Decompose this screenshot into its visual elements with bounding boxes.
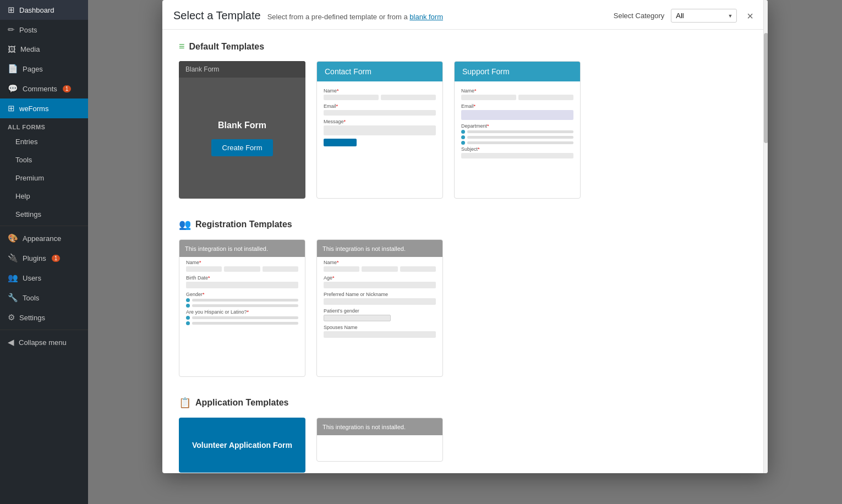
category-select-wrapper[interactable]: All Default Registration Application (671, 9, 737, 23)
support-email-label: Email* (461, 103, 573, 109)
reg1-gender-text2 (192, 304, 298, 307)
support-first-input (461, 95, 516, 100)
template-card-support[interactable]: Support Form Name* Email* Department* (454, 61, 581, 199)
sidebar-item-posts[interactable]: ✏ Posts (0, 20, 88, 40)
modal-close-button[interactable]: × (743, 9, 757, 23)
sidebar-item-collapse[interactable]: ◀ Collapse menu (0, 332, 88, 352)
sidebar-item-tools[interactable]: 🔧 Tools (0, 288, 88, 308)
modal-scrollbar[interactable] (763, 0, 768, 473)
plugins-badge: 1 (52, 255, 61, 262)
reg1-middle-input (224, 266, 260, 272)
comments-icon: 💬 (8, 84, 18, 94)
select-category-label: Select Category (614, 12, 665, 20)
reg1-gender-text1 (192, 299, 298, 302)
blank-card-body: Blank Form Create Form (179, 78, 305, 199)
sidebar-label-media: Media (20, 45, 40, 53)
section-default: ≡ Default Templates Blank Form Blank For… (179, 41, 751, 199)
sidebar-item-appearance[interactable]: 🎨 Appearance (0, 228, 88, 248)
contact-message-textarea (324, 125, 436, 135)
contact-first-input (324, 95, 379, 100)
modal-overlay[interactable]: Select a Template Select from a pre-defi… (88, 0, 842, 504)
reg1-gender-radio2 (186, 304, 298, 308)
blank-card-title: Blank Form (218, 120, 266, 130)
template-card-volunteer[interactable]: Volunteer Application Form (179, 418, 305, 473)
settings-weforms-label: Settings (15, 210, 41, 218)
reg2-spouses-input (324, 331, 436, 338)
media-icon: 🖼 (8, 45, 16, 54)
blank-header-label: Blank Form (185, 65, 219, 73)
contact-submit-btn (324, 139, 357, 146)
sidebar-item-entries[interactable]: Entries (0, 133, 88, 151)
template-card-contact[interactable]: Contact Form Name* Email* Message* (316, 61, 443, 199)
support-name-label: Name* (461, 88, 573, 94)
sidebar-item-pages[interactable]: 📄 Pages (0, 59, 88, 79)
appearance-label: Appearance (23, 234, 61, 243)
sidebar-item-settings-weforms[interactable]: Settings (0, 205, 88, 223)
support-email-input (461, 110, 573, 120)
app2-overlay-text: This integration is not installed. (322, 424, 406, 430)
default-template-grid: Blank Form Blank Form Create Form Contac… (179, 61, 751, 199)
support-radio-dot-2 (461, 135, 465, 139)
create-form-button[interactable]: Create Form (211, 139, 274, 156)
users-label: Users (23, 274, 41, 282)
sidebar-item-settings[interactable]: ⚙ Settings (0, 308, 88, 327)
reg1-gender-dot2 (186, 304, 190, 308)
reg1-gender-label: Gender* (186, 292, 298, 297)
reg1-hispanic-radio2 (186, 321, 298, 325)
application-template-grid: Volunteer Application Form This integrat… (179, 418, 751, 473)
users-icon: 👥 (8, 273, 18, 283)
sidebar-item-premium[interactable]: Premium (0, 169, 88, 187)
reg1-last-input (263, 266, 298, 272)
sidebar-label-posts: Posts (19, 26, 37, 34)
posts-icon: ✏ (8, 25, 15, 35)
contact-email-input (324, 110, 436, 116)
sidebar-divider2 (0, 330, 88, 330)
section-label-registration: Registration Templates (195, 220, 292, 229)
sidebar-label-weforms: weForms (19, 105, 48, 113)
sidebar-item-weforms[interactable]: ⊞ weForms (0, 98, 88, 118)
reg2-age-label: Age* (324, 275, 436, 281)
blank-form-link[interactable]: blank form (409, 13, 443, 21)
sidebar-label-pages: Pages (23, 65, 43, 73)
reg2-middle-input (362, 266, 397, 272)
modal-header: Select a Template Select from a pre-defi… (162, 0, 768, 30)
reg1-hispanic-text1 (192, 316, 298, 319)
sidebar-item-dashboard[interactable]: ⊞ Dashboard (0, 0, 88, 20)
support-radio-2 (461, 135, 573, 139)
reg2-name-inputs (324, 266, 436, 272)
sidebar-item-tools-weforms[interactable]: Tools (0, 151, 88, 169)
collapse-icon: ◀ (8, 337, 14, 347)
modal-subtitle: Select from a pre-defined template or fr… (267, 13, 443, 21)
blank-card-header: Blank Form (179, 61, 305, 78)
support-subject-label: Subject* (461, 146, 573, 152)
pages-icon: 📄 (8, 64, 18, 74)
support-dept-label: Department* (461, 123, 573, 129)
app2-overlay-banner: This integration is not installed. (317, 418, 442, 435)
sidebar-item-help[interactable]: Help (0, 187, 88, 205)
dashboard-icon: ⊞ (8, 5, 15, 15)
reg1-overlay-banner: This integration is not installed. (179, 240, 305, 257)
section-title-default: ≡ Default Templates (179, 41, 751, 52)
reg1-gender-radio1 (186, 298, 298, 302)
reg1-birthdate-input (186, 282, 298, 288)
template-card-reg2[interactable]: This integration is not installed. Name*… (316, 239, 443, 377)
reg2-gender-label: Patient's gender (324, 308, 436, 314)
reg2-name-label: Name* (324, 260, 436, 265)
template-card-app2[interactable]: This integration is not installed. (316, 418, 443, 462)
plugins-label: Plugins (23, 254, 46, 262)
registration-template-grid: This integration is not installed. Name*… (179, 239, 751, 377)
reg1-overlay-text: This integration is not installed. (185, 245, 268, 252)
reg2-nickname-input (324, 298, 436, 305)
sidebar-item-users[interactable]: 👥 Users (0, 268, 88, 288)
category-select[interactable]: All Default Registration Application (671, 9, 737, 23)
weforms-icon: ⊞ (8, 103, 15, 113)
reg2-last-input (400, 266, 436, 272)
sidebar-item-media[interactable]: 🖼 Media (0, 40, 88, 59)
template-card-reg1[interactable]: This integration is not installed. Name*… (179, 239, 305, 377)
support-name-inputs (461, 95, 573, 100)
reg2-spouses-label: Spouses Name (324, 325, 436, 330)
template-card-blank[interactable]: Blank Form Blank Form Create Form (179, 61, 305, 199)
sidebar-item-comments[interactable]: 💬 Comments 1 (0, 79, 88, 98)
support-radio-dot-3 (461, 141, 465, 145)
sidebar-item-plugins[interactable]: 🔌 Plugins 1 (0, 248, 88, 268)
